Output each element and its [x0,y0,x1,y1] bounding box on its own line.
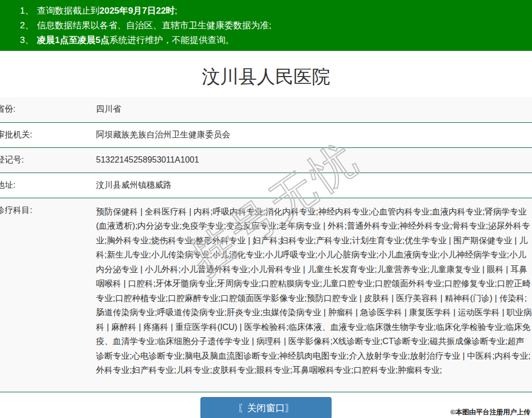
page-title: 汶川县人民医院 [0,51,532,97]
notice-number: 1、 [20,6,34,16]
field-value-registration-number: 51322145258953011A1001 [94,147,532,173]
table-row-departments: 诊疗科目: 预防保健科 | 全科医疗科 | 内科;呼吸内科专业;消化内科专业;神… [0,198,532,392]
notice-text-bold: 2025年9月7日22时 [99,6,175,16]
notice-item-3: 3、凌晨1点至凌晨5点系统进行维护，不能提供查询。 [0,33,532,48]
notice-text: ; [175,6,177,16]
field-value-address: 汶川县威州镇穗威路 [94,173,532,198]
field-value-approval-authority: 阿坝藏族羌族自治州卫生健康委员会 [94,122,532,147]
notice-banner: 1、查询数据截止到2025年9月7日22时; 2、信息数据结果以各省、自治区、直… [0,0,532,51]
table-row-province: 省份: 四川省 [0,97,532,122]
notice-number: 3、 [20,35,34,45]
notice-number: 2、 [20,20,34,30]
hospital-detail-page: 1、查询数据截止到2025年9月7日22时; 2、信息数据结果以各省、自治区、直… [0,0,532,418]
close-window-button[interactable]: 〖关闭窗口〗 [200,397,332,418]
hospital-info-table: 省份: 四川省 审批机关: 阿坝藏族羌族自治州卫生健康委员会 登记号: 5132… [0,97,532,392]
notice-text: 信息数据结果以各省、自治区、直辖市卫生健康委数据为准; [37,20,271,30]
field-label-departments: 诊疗科目: [0,198,94,392]
departments-text: 预防保健科 | 全科医疗科 | 内科;呼吸内科专业;消化内科专业;神经内科专业;… [96,198,532,378]
field-label-address: 地址: [0,173,94,198]
field-label-province: 省份: [0,97,94,122]
table-row-approval-authority: 审批机关: 阿坝藏族羌族自治州卫生健康委员会 [0,122,532,147]
notice-item-1: 1、查询数据截止到2025年9月7日22时; [0,4,532,18]
field-label-approval-authority: 审批机关: [0,122,94,147]
table-row-registration-number: 登记号: 51322145258953011A1001 [0,147,532,173]
notice-text: 查询数据截止到 [37,6,99,16]
notice-text-bold: 凌晨1点至凌晨5点 [37,35,109,45]
field-value-departments: 预防保健科 | 全科医疗科 | 内科;呼吸内科专业;消化内科专业;神经内科专业;… [94,198,532,392]
field-value-province: 四川省 [94,97,532,122]
table-row-address: 地址: 汶川县威州镇穗威路 [0,173,532,198]
notice-text: 系统进行维护，不能提供查询。 [109,35,234,45]
field-label-registration-number: 登记号: [0,147,94,173]
copyright-attribution: ©本图由平台注册用户上传 [450,408,530,417]
notice-item-2: 2、信息数据结果以各省、自治区、直辖市卫生健康委数据为准; [0,18,532,33]
